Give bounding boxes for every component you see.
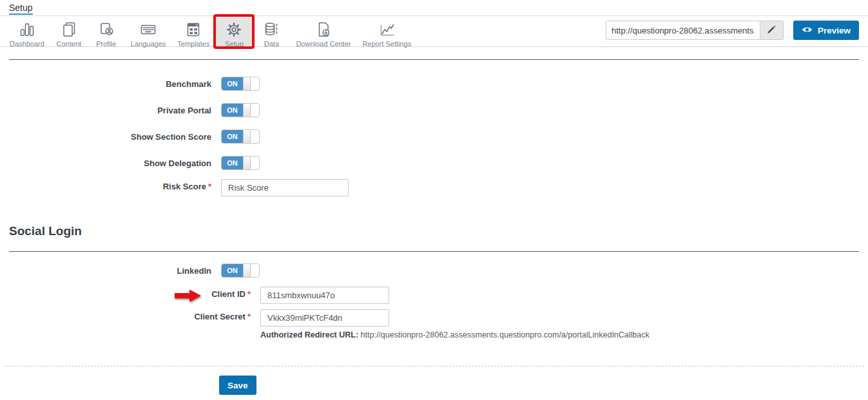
portal-section-divider [9,59,859,60]
toolbar-item-profile[interactable]: Profile [88,16,125,46]
preview-label: Preview [818,26,851,35]
authorized-redirect-url: Authorized Redirect URL: http://question… [260,330,650,339]
toggle-knob [243,77,251,90]
form-row-client-secret: Client Secret* [0,309,389,327]
toolbar-label: Report Settings [362,40,411,48]
window-grid-icon [184,20,203,39]
form-row-private-portal: Private Portal ON [0,103,260,117]
toolbar-label: Languages [131,40,166,48]
toolbar-item-templates[interactable]: Templates [171,16,215,46]
toolbar-label: Profile [96,40,116,48]
toggle-on-label: ON [222,264,243,277]
line-chart-icon [377,20,396,39]
toolbar-item-dashboard[interactable]: Dashboard [4,16,50,46]
form-row-show-section-score: Show Section Score ON [0,129,260,144]
show-section-score-label: Show Section Score [0,129,211,142]
client-id-input[interactable] [260,287,389,304]
social-login-section-divider [9,251,859,252]
risk-score-label: Risk Score* [0,179,211,191]
show-delegation-label: Show Delegation [0,156,211,168]
required-asterisk: * [247,312,251,321]
toggle-on-label: ON [222,77,243,90]
toggle-knob [243,157,251,169]
toggle-on-label: ON [222,130,243,143]
toggle-knob [243,104,251,117]
database-icon [262,20,281,39]
risk-score-input[interactable] [221,179,349,196]
form-row-show-delegation: Show Delegation ON [0,156,260,170]
authorized-redirect-label: Authorized Redirect URL: [260,330,358,339]
setup-breadcrumb-link[interactable]: Setup [9,3,33,15]
toolbar-label: Data [264,40,279,48]
toolbar-item-languages[interactable]: Languages [125,16,171,46]
linkedin-toggle[interactable]: ON [221,263,260,278]
client-id-label: Client ID* [0,287,251,299]
benchmark-toggle[interactable]: ON [221,77,260,91]
edit-url-button[interactable] [760,21,783,39]
client-secret-input[interactable] [260,309,389,327]
linkedin-label: LinkedIn [0,263,211,276]
toggle-on-label: ON [222,104,243,117]
toolbar-item-download-center[interactable]: Download Center [290,16,356,46]
keyboard-icon [139,20,158,39]
toolbar-label: Content [57,40,82,48]
social-login-section-heading: Social Login [9,224,82,238]
toolbar-item-content[interactable]: Content [50,16,88,46]
red-arrow-annotation [175,289,202,305]
toolbar-item-report-settings[interactable]: Report Settings [356,16,417,46]
required-asterisk: * [208,182,211,191]
toolbar-label: Setup [225,40,244,48]
profile-folder-icon [97,20,116,39]
form-row-risk-score: Risk Score* [0,179,349,196]
form-row-linkedin: LinkedIn ON [0,263,260,278]
portal-url-input[interactable] [606,21,760,39]
show-section-score-toggle[interactable]: ON [221,129,260,144]
toolbar-item-data[interactable]: Data [253,16,290,46]
toolbar-right-group: Preview [606,21,859,40]
footer-divider [4,366,864,367]
toolbar-item-setup[interactable]: Setup [215,16,253,46]
benchmark-label: Benchmark [0,77,211,89]
private-portal-label: Private Portal [0,103,211,115]
toggle-knob [243,130,251,143]
required-asterisk: * [247,289,251,299]
save-button[interactable]: Save [219,376,256,395]
toolbar-label: Dashboard [10,40,44,48]
preview-button[interactable]: Preview [793,21,859,40]
toolbar-label: Download Center [296,40,351,48]
gear-icon [224,20,244,39]
form-row-benchmark: Benchmark ON [0,77,260,91]
toggle-knob [243,264,251,277]
show-delegation-toggle[interactable]: ON [221,156,260,170]
document-icon [59,20,79,39]
bar-chart-icon [17,20,37,39]
client-secret-label: Client Secret* [0,309,251,321]
eye-icon [802,26,813,35]
portal-url-group [606,21,784,40]
toggle-on-label: ON [222,157,243,169]
pencil-icon [767,24,776,36]
download-icon [314,20,333,39]
authorized-redirect-value: http://questionpro-28062.assessments.que… [361,330,650,339]
private-portal-toggle[interactable]: ON [221,103,260,117]
toolbar-label: Templates [177,40,209,48]
